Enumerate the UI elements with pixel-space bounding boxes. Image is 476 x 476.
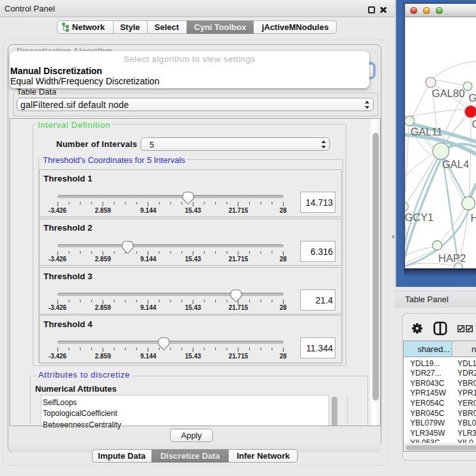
svg-text:HAP2: HAP2 (438, 252, 466, 264)
svg-text:G: G (469, 92, 476, 104)
svg-text:GAL80: GAL80 (432, 88, 464, 99)
svg-text:GAL4: GAL4 (442, 158, 469, 170)
svg-text:C: C (472, 118, 476, 130)
svg-text:GAL11: GAL11 (411, 126, 443, 137)
svg-text:H: H (471, 212, 476, 224)
svg-text:GCY1: GCY1 (405, 211, 433, 223)
